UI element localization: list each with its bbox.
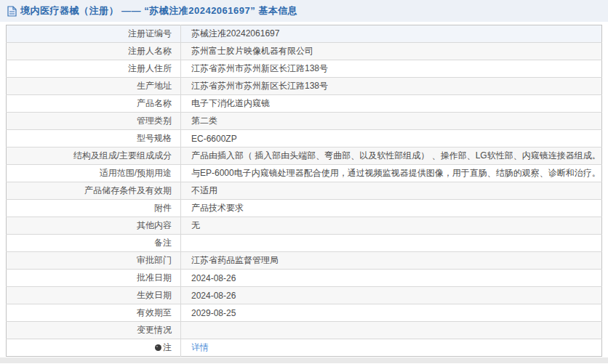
row-value [181, 235, 602, 252]
row-value: 2029-08-25 [181, 304, 602, 322]
row-value: 江苏省药品监督管理局 [181, 252, 602, 270]
row-value: 苏械注准20242061697 [181, 25, 602, 43]
table-row: 管理类别第二类 [7, 113, 602, 130]
table-row: 备注 [7, 235, 602, 252]
row-label: 有效期至 [7, 304, 181, 322]
table-row: 生产地址江苏省苏州市苏州新区长江路138号 [7, 78, 602, 95]
row-label: 注 [7, 339, 181, 357]
row-value: 2024-08-26 [181, 270, 602, 287]
table-row: 其他内容无 [7, 217, 602, 235]
page-header: 境内医疗器械（注册） —— “苏械注准20242061697” 基本信息 [0, 0, 608, 22]
table-row: 有效期至2029-08-25 [7, 304, 602, 322]
row-value: 产品由插入部（ 插入部由头端部、弯曲部、以及软性部组成） 、操作部、LG软性部、… [181, 147, 602, 165]
row-value: 不适用 [181, 182, 602, 200]
row-value: 电子下消化道内窥镜 [181, 95, 602, 113]
row-label: 生产地址 [7, 78, 181, 95]
row-label: 注册证编号 [7, 25, 181, 43]
table-row: 结构及组成/主要组成成分产品由插入部（ 插入部由头端部、弯曲部、以及软性部组成）… [7, 147, 602, 165]
row-label: 结构及组成/主要组成成分 [7, 147, 181, 165]
registration-table: 注册证编号苏械注准20242061697注册人名称苏州富士胶片映像机器有限公司注… [6, 25, 602, 357]
table-row: 注册人名称苏州富士胶片映像机器有限公司 [7, 43, 602, 60]
row-value: 第二类 [181, 113, 602, 130]
page-title: 境内医疗器械（注册） —— “苏械注准20242061697” 基本信息 [20, 4, 297, 17]
row-label: 产品名称 [7, 95, 181, 113]
table-row: 注册证编号苏械注准20242061697 [7, 25, 602, 43]
row-label: 注册人住所 [7, 60, 181, 78]
table-row: 注详情 [7, 339, 602, 357]
row-label: 管理类别 [7, 113, 181, 130]
note-icon [155, 344, 161, 351]
row-value [181, 322, 602, 339]
row-value: 江苏省苏州市苏州新区长江路138号 [181, 60, 602, 78]
row-value: 无 [181, 217, 602, 235]
row-label: 适用范围/预期用途 [7, 165, 181, 182]
row-label: 型号规格 [7, 130, 181, 147]
table-row: 变更情况 [7, 322, 602, 339]
table-row: 产品名称电子下消化道内窥镜 [7, 95, 602, 113]
registration-table-container: 注册证编号苏械注准20242061697注册人名称苏州富士胶片映像机器有限公司注… [6, 25, 602, 357]
registration-table-body: 注册证编号苏械注准20242061697注册人名称苏州富士胶片映像机器有限公司注… [7, 25, 602, 357]
row-value: 2024-08-26 [181, 287, 602, 304]
table-row: 生效日期2024-08-26 [7, 287, 602, 304]
row-label: 生效日期 [7, 287, 181, 304]
row-value: 江苏省苏州市苏州新区长江路138号 [181, 78, 602, 95]
row-value: 详情 [181, 339, 602, 357]
table-row: 批准日期2024-08-26 [7, 270, 602, 287]
detail-link[interactable]: 详情 [191, 342, 209, 352]
row-label: 审批部门 [7, 252, 181, 270]
row-value: 产品技术要求 [181, 200, 602, 217]
row-label: 变更情况 [7, 322, 181, 339]
table-row: 注册人住所江苏省苏州市苏州新区长江路138号 [7, 60, 602, 78]
table-row: 型号规格EC-6600ZP [7, 130, 602, 147]
row-value: 与EP-6000电子内窥镜处理器配合使用，通过视频监视器提供图像，用于直肠、结肠… [181, 165, 602, 182]
row-value: 苏州富士胶片映像机器有限公司 [181, 43, 602, 60]
document-icon [7, 6, 17, 17]
row-value: EC-6600ZP [181, 130, 602, 147]
row-label: 其他内容 [7, 217, 181, 235]
table-row: 附件产品技术要求 [7, 200, 602, 217]
table-row: 审批部门江苏省药品监督管理局 [7, 252, 602, 270]
row-label: 产品储存条件及有效期 [7, 182, 181, 200]
row-label: 备注 [7, 235, 181, 252]
table-row: 适用范围/预期用途与EP-6000电子内窥镜处理器配合使用，通过视频监视器提供图… [7, 165, 602, 182]
row-label: 批准日期 [7, 270, 181, 287]
table-row: 产品储存条件及有效期不适用 [7, 182, 602, 200]
row-label: 注册人名称 [7, 43, 181, 60]
row-label: 附件 [7, 200, 181, 217]
bottom-strip [0, 357, 608, 363]
